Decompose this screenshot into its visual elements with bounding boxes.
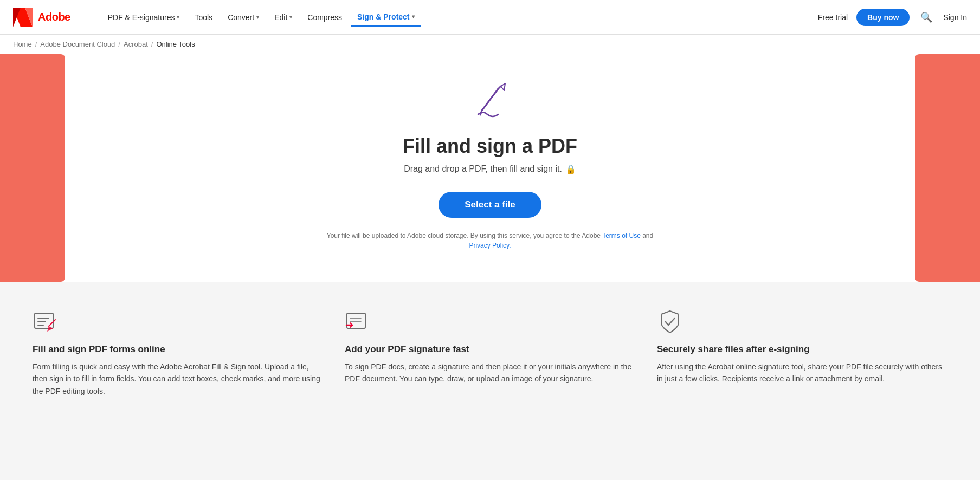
hero-subtitle: Drag and drop a PDF, then fill and sign … — [404, 164, 576, 174]
nav-pdf-esig[interactable]: PDF & E-signatures ▾ — [101, 9, 186, 26]
breadcrumb: Home / Adobe Document Cloud / Acrobat / … — [0, 35, 980, 54]
hero-side-decoration-right — [915, 54, 980, 282]
logo-area[interactable]: Adobe — [13, 8, 70, 27]
breadcrumb-sep1: / — [35, 40, 37, 48]
feature-1-desc: Form filling is quick and easy with the … — [33, 361, 323, 397]
privacy-policy-link[interactable]: Privacy Policy. — [469, 242, 511, 249]
nav-divider — [88, 7, 88, 28]
nav-sign-protect[interactable]: Sign & Protect ▾ — [351, 8, 421, 27]
svg-rect-12 — [347, 313, 365, 328]
main-nav: Adobe PDF & E-signatures ▾ Tools Convert… — [0, 0, 980, 35]
hero-content: Fill and sign a PDF Drag and drop a PDF,… — [322, 81, 658, 250]
nav-convert[interactable]: Convert ▾ — [221, 9, 266, 26]
hero-title: Fill and sign a PDF — [403, 135, 577, 158]
shield-check-icon — [657, 309, 683, 335]
feature-2-desc: To sign PDF docs, create a signature and… — [345, 361, 635, 385]
chevron-down-icon: ▾ — [256, 14, 259, 20]
search-icon[interactable]: 🔍 — [918, 9, 934, 25]
lock-icon: 🔒 — [565, 164, 576, 174]
breadcrumb-sep2: / — [118, 40, 120, 48]
select-file-button[interactable]: Select a file — [439, 192, 541, 218]
breadcrumb-adobe-doc-cloud[interactable]: Adobe Document Cloud — [40, 40, 115, 48]
signature-fast-icon — [345, 309, 371, 335]
feature-2-title: Add your PDF signature fast — [345, 343, 469, 355]
breadcrumb-acrobat[interactable]: Acrobat — [124, 40, 148, 48]
nav-edit[interactable]: Edit ▾ — [268, 9, 299, 26]
chevron-down-icon: ▾ — [412, 14, 415, 20]
feature-securely-share: Securely share files after e-signing Aft… — [657, 309, 947, 397]
hero-section: Fill and sign a PDF Drag and drop a PDF,… — [0, 54, 980, 282]
feature-3-title: Securely share files after e-signing — [657, 343, 810, 355]
feature-3-desc: After using the Acrobat online signature… — [657, 361, 947, 385]
feature-1-title: Fill and sign PDF forms online — [33, 343, 165, 355]
buy-now-button[interactable]: Buy now — [856, 9, 910, 26]
nav-compress[interactable]: Compress — [301, 9, 349, 26]
breadcrumb-sep3: / — [151, 40, 153, 48]
breadcrumb-current: Online Tools — [156, 40, 195, 48]
nav-right: Free trial Buy now 🔍 Sign In — [818, 9, 967, 26]
features-section: Fill and sign PDF forms online Form fill… — [0, 282, 980, 430]
svg-rect-6 — [35, 313, 53, 328]
terms-of-use-link[interactable]: Terms of Use — [602, 232, 641, 239]
sign-in-link[interactable]: Sign In — [943, 13, 967, 22]
svg-line-10 — [49, 320, 55, 326]
chevron-down-icon: ▾ — [177, 14, 179, 20]
pen-signature-icon — [468, 81, 512, 124]
adobe-logo-icon — [13, 8, 33, 27]
nav-tools[interactable]: Tools — [188, 9, 219, 26]
chevron-down-icon: ▾ — [289, 14, 292, 20]
breadcrumb-home[interactable]: Home — [13, 40, 32, 48]
adobe-brand-name: Adobe — [38, 11, 70, 23]
nav-links: PDF & E-signatures ▾ Tools Convert ▾ Edi… — [101, 8, 818, 27]
hero-side-decoration-left — [0, 54, 65, 282]
svg-marker-11 — [47, 326, 53, 332]
svg-line-4 — [498, 86, 501, 89]
free-trial-link[interactable]: Free trial — [818, 13, 848, 22]
feature-add-signature: Add your PDF signature fast To sign PDF … — [345, 309, 635, 397]
svg-line-3 — [482, 89, 498, 111]
hero-disclaimer: Your file will be uploaded to Adobe clou… — [322, 231, 658, 250]
feature-fill-sign-online: Fill and sign PDF forms online Form fill… — [33, 309, 323, 397]
fill-sign-icon — [33, 309, 59, 335]
